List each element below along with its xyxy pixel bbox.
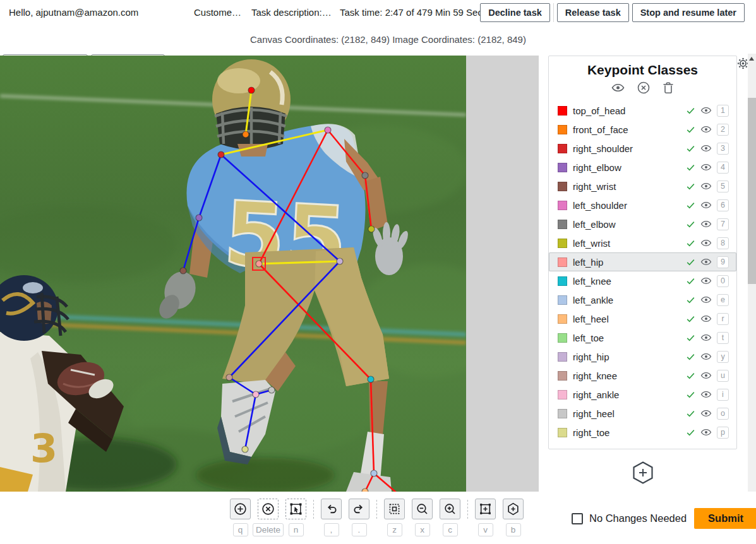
- scroll-up-arrow[interactable]: [749, 57, 754, 61]
- keypoint-right_knee[interactable]: [226, 374, 232, 381]
- keypoint-class-row-left_toe[interactable]: left_toe t: [549, 328, 736, 347]
- eye-icon[interactable]: [700, 142, 712, 155]
- check-icon: [685, 162, 696, 173]
- eye-icon[interactable]: [700, 312, 712, 325]
- zoom-in-button[interactable]: [440, 499, 460, 519]
- eye-icon[interactable]: [700, 275, 712, 287]
- add-hexagon-icon: [506, 502, 520, 516]
- submit-button[interactable]: Submit: [694, 508, 756, 529]
- add-box-button[interactable]: [475, 499, 496, 519]
- eye-icon[interactable]: [700, 331, 712, 344]
- keypoint-right_toe[interactable]: [242, 446, 248, 452]
- keypoint-right_ankle[interactable]: [253, 391, 259, 398]
- eye-icon[interactable]: [700, 293, 712, 306]
- check-icon: [685, 105, 696, 116]
- tool-cell: .: [349, 499, 369, 536]
- keypoint-class-row-right_shoulder[interactable]: right_shoulder 3: [549, 139, 736, 158]
- keypoint-right_shoulder[interactable]: [218, 151, 224, 158]
- eye-icon[interactable]: [609, 80, 627, 97]
- class-color-swatch: [558, 390, 567, 399]
- class-shortcut-badge: 1: [717, 105, 729, 117]
- eye-icon[interactable]: [700, 407, 712, 420]
- select-tool-icon: [289, 502, 303, 516]
- keypoint-class-row-right_knee[interactable]: right_knee u: [549, 366, 736, 385]
- keypoint-right_elbow[interactable]: [196, 215, 202, 221]
- class-label: right_hip: [573, 352, 685, 362]
- eye-icon[interactable]: [700, 161, 712, 174]
- redo-button[interactable]: [349, 499, 369, 519]
- fit-view-button[interactable]: [384, 499, 405, 519]
- keypoint-front_of_face[interactable]: [243, 131, 249, 138]
- eye-icon[interactable]: [700, 388, 712, 401]
- eye-icon[interactable]: [700, 218, 712, 230]
- scrollbar-thumb[interactable]: [748, 98, 756, 284]
- keypoint-class-row-right_wrist[interactable]: right_wrist 5: [549, 177, 736, 196]
- keypoint-class-row-left_elbow[interactable]: left_elbow 7: [549, 215, 736, 234]
- add-hexagon-button[interactable]: [503, 499, 524, 519]
- class-color-swatch: [558, 106, 567, 115]
- keypoint-class-row-left_wrist[interactable]: left_wrist 8: [549, 234, 736, 252]
- eye-icon[interactable]: [700, 123, 712, 136]
- class-color-swatch: [558, 182, 567, 191]
- tool-cell: v: [475, 499, 496, 536]
- stop-resume-button[interactable]: Stop and resume later: [632, 3, 745, 22]
- eye-icon[interactable]: [700, 180, 712, 192]
- customer-label[interactable]: Custome…: [194, 0, 241, 25]
- check-icon: [685, 276, 696, 287]
- class-label: left_elbow: [573, 219, 685, 230]
- undo-icon: [324, 502, 339, 516]
- class-label: right_heel: [573, 408, 685, 419]
- keypoint-class-row-right_toe[interactable]: right_toe p: [549, 423, 736, 442]
- no-changes-checkbox[interactable]: [572, 513, 583, 524]
- keypoint-class-row-left_ankle[interactable]: left_ankle e: [549, 290, 736, 309]
- keypoint-class-row-right_elbow[interactable]: right_elbow 4: [549, 158, 736, 177]
- eye-icon[interactable]: [700, 237, 712, 249]
- undo-button[interactable]: [321, 499, 342, 519]
- eye-icon[interactable]: [700, 199, 712, 211]
- keypoint-left_wrist[interactable]: [368, 226, 375, 232]
- annotation-canvas[interactable]: 55: [0, 56, 466, 492]
- keypoint-left_hip[interactable]: [256, 261, 262, 267]
- keypoint-class-row-left_heel[interactable]: left_heel r: [549, 309, 736, 328]
- delete-keypoint-button[interactable]: [258, 499, 279, 519]
- eye-icon[interactable]: [700, 104, 712, 117]
- keypoint-class-row-left_knee[interactable]: left_knee 0: [549, 271, 736, 290]
- keypoint-left_knee[interactable]: [368, 376, 374, 382]
- keypoint-right_hip[interactable]: [337, 258, 343, 264]
- check-icon: [685, 333, 696, 343]
- add-keypoint-icon: [233, 502, 248, 516]
- keypoint-class-row-left_shoulder[interactable]: left_shoulder 6: [549, 196, 736, 215]
- add-keypoint-button[interactable]: [230, 499, 251, 519]
- keypoint-left_elbow[interactable]: [362, 172, 368, 179]
- task-description-label[interactable]: Task description:…: [251, 0, 332, 25]
- eye-icon[interactable]: [700, 426, 712, 439]
- keypoint-class-row-top_of_head[interactable]: top_of_head 1: [549, 101, 736, 120]
- keypoint-class-row-left_hip[interactable]: left_hip 9: [549, 252, 736, 271]
- class-shortcut-badge: i: [717, 389, 729, 401]
- circle-x-icon[interactable]: [636, 80, 651, 97]
- scrollbar[interactable]: [748, 54, 756, 544]
- keypoint-left_shoulder[interactable]: [325, 127, 331, 133]
- shortcut-badge: n: [289, 523, 304, 536]
- trash-icon[interactable]: [661, 80, 676, 97]
- eye-icon[interactable]: [700, 256, 712, 268]
- keypoint-left_ankle[interactable]: [371, 470, 377, 476]
- tool-cell: Delete: [258, 499, 279, 536]
- select-tool-button[interactable]: [285, 499, 306, 519]
- keypoint-class-row-front_of_face[interactable]: front_of_face 2: [549, 120, 736, 139]
- shortcut-badge: Delete: [253, 523, 284, 536]
- add-class-button[interactable]: [632, 461, 654, 485]
- keypoint-right_wrist[interactable]: [180, 268, 186, 274]
- keypoint-class-row-right_hip[interactable]: right_hip y: [549, 347, 736, 366]
- toolbar-divider: [376, 500, 377, 519]
- zoom-out-button[interactable]: [412, 499, 433, 519]
- eye-icon[interactable]: [700, 369, 712, 382]
- release-task-button[interactable]: Release task: [557, 3, 629, 22]
- keypoint-class-row-right_heel[interactable]: right_heel o: [549, 404, 736, 423]
- keypoint-top_of_head[interactable]: [248, 87, 255, 93]
- keypoint-class-row-right_ankle[interactable]: right_ankle i: [549, 385, 736, 404]
- eye-icon[interactable]: [700, 350, 712, 363]
- class-label: right_wrist: [573, 181, 685, 192]
- keypoint-right_heel[interactable]: [268, 387, 275, 393]
- decline-task-button[interactable]: Decline task: [480, 3, 550, 22]
